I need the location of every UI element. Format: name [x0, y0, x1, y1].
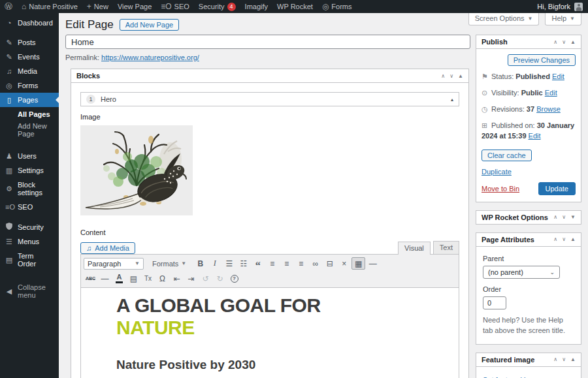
wordpress-logo-menu[interactable]: Ⓦ: [0, 0, 17, 13]
permalink-link[interactable]: https://www.naturepositive.org/: [101, 54, 199, 61]
decrease-indent-icon[interactable]: ⇤: [170, 272, 184, 285]
text-color-icon[interactable]: A: [112, 272, 126, 285]
special-character-icon[interactable]: Ω: [155, 272, 169, 285]
blockquote-icon[interactable]: “: [251, 257, 265, 270]
browse-revisions-link[interactable]: Browse: [536, 105, 561, 113]
sidebar-item-media[interactable]: ♫Media: [0, 64, 59, 78]
align-right-icon[interactable]: ≡: [294, 257, 308, 270]
toggle-panel-icon[interactable]: ▲: [570, 236, 576, 242]
forms-menu[interactable]: ◎Forms: [318, 0, 357, 13]
toggle-panel-icon[interactable]: ▲: [458, 73, 463, 79]
toggle-panel-icon[interactable]: ▲: [570, 39, 576, 45]
sidebar-item-events[interactable]: ✎Events: [0, 50, 59, 64]
screen-meta-links: Screen Options▼ Help▼: [468, 13, 581, 25]
gear-icon: ⚙: [5, 185, 13, 193]
sidebar-item-seo[interactable]: ≡OSEO: [0, 200, 59, 214]
visibility-row: ⊙Visibility: Public Edit: [482, 88, 576, 99]
insert-link-icon[interactable]: ∞: [308, 257, 322, 270]
fullscreen-icon[interactable]: ×: [337, 257, 351, 270]
read-more-icon[interactable]: ⊟: [323, 257, 336, 270]
hero-block-header[interactable]: 1 Hero ▴: [80, 92, 459, 106]
move-up-icon[interactable]: ∧: [553, 356, 557, 362]
move-down-icon[interactable]: ∨: [562, 356, 566, 362]
horizontal-rule-icon[interactable]: —: [98, 272, 112, 285]
increase-indent-icon[interactable]: ⇥: [184, 272, 198, 285]
sidebar-item-term-order[interactable]: ▤Term Order: [0, 249, 59, 271]
paragraph-format-select[interactable]: Paragraph▼: [84, 258, 144, 270]
formats-dropdown[interactable]: Formats▼: [148, 258, 190, 270]
revisions-row: ◷Revisions: 37 Browse: [482, 104, 576, 115]
move-up-icon[interactable]: ∧: [441, 73, 445, 79]
move-down-icon[interactable]: ∨: [449, 73, 453, 79]
sidebar-item-security[interactable]: Security: [0, 219, 59, 234]
update-button[interactable]: Update: [538, 182, 576, 195]
view-page-menu[interactable]: View Page: [113, 0, 156, 13]
security-menu[interactable]: Security4: [194, 0, 240, 13]
parent-page-select[interactable]: (no parent) ⌄: [483, 266, 560, 279]
post-title-input[interactable]: [65, 35, 470, 49]
duplicate-link[interactable]: Duplicate: [482, 168, 512, 176]
editor-help-icon[interactable]: ?: [227, 272, 241, 285]
move-up-icon[interactable]: ∧: [553, 214, 557, 220]
move-down-icon[interactable]: ∨: [562, 236, 566, 242]
sidebar-item-pages[interactable]: ▯Pages: [0, 93, 59, 107]
add-new-page-button[interactable]: Add New Page: [120, 19, 179, 31]
sidebar-item-block-settings[interactable]: ⚙Block settings: [0, 178, 59, 200]
move-up-icon[interactable]: ∧: [553, 39, 557, 45]
tab-text[interactable]: Text: [433, 241, 459, 254]
new-content-menu[interactable]: +New: [82, 0, 113, 13]
toolbar-toggle-icon[interactable]: ▦: [351, 257, 365, 270]
bulleted-list-icon[interactable]: ☰: [222, 257, 236, 270]
redo-icon[interactable]: ↻: [213, 272, 227, 285]
clear-cache-button[interactable]: Clear cache: [482, 150, 532, 161]
screen-options-button[interactable]: Screen Options▼: [468, 13, 540, 25]
preview-changes-button[interactable]: Preview Changes: [508, 54, 576, 66]
wordpress-logo-icon: Ⓦ: [5, 3, 12, 10]
move-to-bin-link[interactable]: Move to Bin: [482, 185, 519, 193]
paste-as-text-icon[interactable]: ▤: [127, 272, 140, 285]
undo-icon[interactable]: ↺: [199, 272, 212, 285]
add-media-button[interactable]: ♫ Add Media: [80, 242, 135, 254]
toggle-panel-icon[interactable]: ▼: [570, 214, 576, 220]
move-down-icon[interactable]: ∨: [562, 39, 566, 45]
sidebar-item-posts[interactable]: ✎Posts: [0, 35, 59, 50]
collapse-menu-button[interactable]: ◀Collapse menu: [0, 280, 59, 302]
italic-icon[interactable]: I: [208, 257, 221, 270]
edit-schedule-link[interactable]: Edit: [529, 132, 541, 140]
block-number-badge: 1: [86, 95, 95, 104]
account-menu[interactable]: Hi, Bigfork: [537, 3, 588, 11]
sidebar-item-users[interactable]: ♟Users: [0, 149, 59, 163]
tab-visual[interactable]: Visual: [398, 242, 431, 255]
move-up-icon[interactable]: ∧: [553, 236, 557, 242]
imagify-menu[interactable]: Imagify: [240, 0, 272, 13]
sidebar-item-forms[interactable]: ◎Forms: [0, 78, 59, 93]
sidebar-item-menus[interactable]: ☰Menus: [0, 234, 59, 249]
editor-content-area[interactable]: A GLOBAL GOAL FOR NATURE Nature Positive…: [80, 288, 459, 378]
clear-formatting-icon[interactable]: Tx: [141, 272, 155, 285]
horizontal-line-icon[interactable]: —: [366, 257, 380, 270]
help-button[interactable]: Help▼: [545, 13, 581, 25]
help-glyph: ?: [231, 275, 238, 283]
edit-visibility-link[interactable]: Edit: [545, 89, 557, 97]
submenu-add-new-page[interactable]: Add New Page: [0, 120, 59, 140]
hero-image-turtle[interactable]: [80, 125, 193, 215]
sidebar-item-dashboard[interactable]: ◔Dashboard: [0, 16, 59, 30]
numbered-list-icon[interactable]: ☷: [237, 257, 250, 270]
strikethrough-icon[interactable]: ABC: [84, 272, 97, 285]
sidebar-label: Menus: [18, 238, 39, 245]
wp-rocket-menu[interactable]: WP Rocket: [272, 0, 318, 13]
sidebar-label: Pages: [18, 96, 38, 104]
order-input[interactable]: [483, 296, 506, 309]
align-center-icon[interactable]: ≡: [280, 257, 293, 270]
seo-menu[interactable]: ≡OSEO: [156, 0, 194, 13]
collapse-caret-icon[interactable]: ▴: [451, 97, 453, 102]
toggle-panel-icon[interactable]: ▲: [570, 356, 576, 362]
move-down-icon[interactable]: ∨: [562, 214, 566, 220]
add-media-label: Add Media: [95, 244, 129, 252]
site-name-menu[interactable]: ⌂Nature Positive: [17, 0, 82, 13]
submenu-all-pages[interactable]: All Pages: [0, 108, 59, 120]
bold-icon[interactable]: B: [193, 257, 207, 270]
sidebar-item-settings[interactable]: ▥Settings: [0, 163, 59, 178]
align-left-icon[interactable]: ≡: [265, 257, 279, 270]
edit-status-link[interactable]: Edit: [552, 72, 564, 80]
